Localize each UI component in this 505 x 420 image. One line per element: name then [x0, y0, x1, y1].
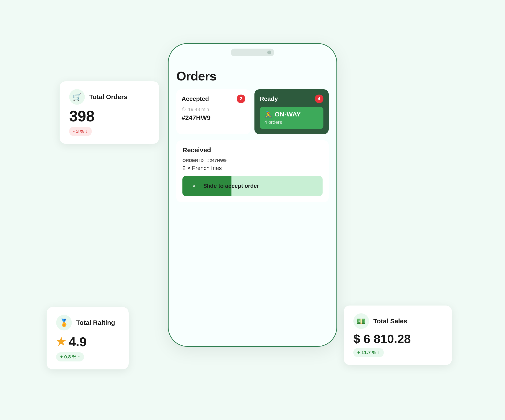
total-orders-change-arrow: ↓	[85, 129, 88, 134]
on-way-card: 🚴 ON-WAY 4 orders	[260, 107, 323, 129]
total-rating-change: + 0.8 % ↑	[56, 352, 84, 361]
accepted-time-value: 19:43 min	[188, 107, 209, 112]
clock-icon: ⏱	[182, 107, 186, 112]
total-orders-change-value: - 3 %	[73, 129, 84, 134]
total-orders-card: 🛒 Total Orders 398 - 3 % ↓	[59, 81, 159, 144]
accepted-header: Accepted 2	[182, 94, 245, 103]
accepted-title: Accepted	[182, 95, 209, 102]
rating-value: 4.9	[69, 334, 87, 349]
bike-icon: 🚴	[265, 111, 272, 118]
total-orders-header: 🛒 Total Orders	[69, 89, 150, 105]
total-sales-change-value: + 11.7 %	[357, 350, 376, 355]
medal-icon: 🏅	[56, 315, 72, 331]
total-sales-header: 💵 Total Sales	[353, 313, 442, 329]
accepted-badge: 2	[237, 94, 245, 103]
ready-header: Ready 4	[260, 94, 323, 103]
phone-mockup: Orders Accepted 2 ⏱ 19:43 min #247HW9	[168, 43, 337, 347]
phone-camera	[267, 50, 271, 54]
ready-card[interactable]: Ready 4 🚴 ON-WAY 4 orders	[254, 89, 329, 134]
total-orders-change: - 3 % ↓	[69, 127, 92, 136]
total-rating-card: 🏅 Total Raiting ★ 4.9 + 0.8 % ↑	[46, 307, 129, 370]
total-sales-change: + 11.7 % ↑	[353, 348, 384, 357]
ready-title: Ready	[260, 95, 278, 102]
phone-notch	[231, 49, 274, 56]
accepted-time: ⏱ 19:43 min	[182, 107, 245, 112]
star-icon: ★	[56, 335, 66, 348]
on-way-label: ON-WAY	[275, 111, 301, 118]
slide-arrows-icon: »	[189, 181, 199, 191]
order-id-prefix: ORDER ID	[183, 158, 204, 163]
page-title: Orders	[176, 69, 329, 83]
total-orders-value: 398	[69, 109, 150, 124]
received-order-id-value: #247HW9	[207, 158, 227, 163]
total-rating-change-value: + 0.8 %	[60, 354, 76, 360]
total-sales-label: Total Sales	[373, 317, 407, 325]
accepted-order-id: #247HW9	[182, 114, 245, 121]
rating-value-row: ★ 4.9	[56, 334, 119, 349]
slide-to-accept[interactable]: » Slide to accept order	[183, 176, 322, 196]
cart-icon: 🛒	[69, 89, 85, 105]
received-title: Received	[183, 146, 322, 154]
orders-grid: Accepted 2 ⏱ 19:43 min #247HW9 Ready 4	[176, 89, 329, 134]
total-rating-header: 🏅 Total Raiting	[56, 315, 119, 331]
ready-badge: 4	[315, 94, 323, 103]
total-rating-change-arrow: ↑	[78, 354, 80, 360]
scene: Orders Accepted 2 ⏱ 19:43 min #247HW9	[46, 20, 459, 400]
total-orders-label: Total Orders	[89, 93, 127, 100]
total-rating-label: Total Raiting	[76, 319, 115, 326]
received-order-id-row: ORDER ID #247HW9	[183, 158, 322, 163]
on-way-count: 4 orders	[265, 119, 319, 125]
received-item: 2 × French fries	[183, 165, 322, 171]
received-section: Received ORDER ID #247HW9 2 × French fri…	[176, 140, 329, 202]
money-icon: 💵	[353, 313, 369, 329]
phone-content: Orders Accepted 2 ⏱ 19:43 min #247HW9	[169, 62, 336, 346]
total-sales-card: 💵 Total Sales $ 6 810.28 + 11.7 % ↑	[344, 305, 452, 365]
total-sales-value: $ 6 810.28	[353, 333, 442, 345]
slide-label: Slide to accept order	[203, 182, 259, 189]
accepted-card[interactable]: Accepted 2 ⏱ 19:43 min #247HW9	[176, 89, 251, 134]
on-way-title: 🚴 ON-WAY	[265, 111, 319, 118]
total-sales-change-arrow: ↑	[378, 350, 380, 355]
